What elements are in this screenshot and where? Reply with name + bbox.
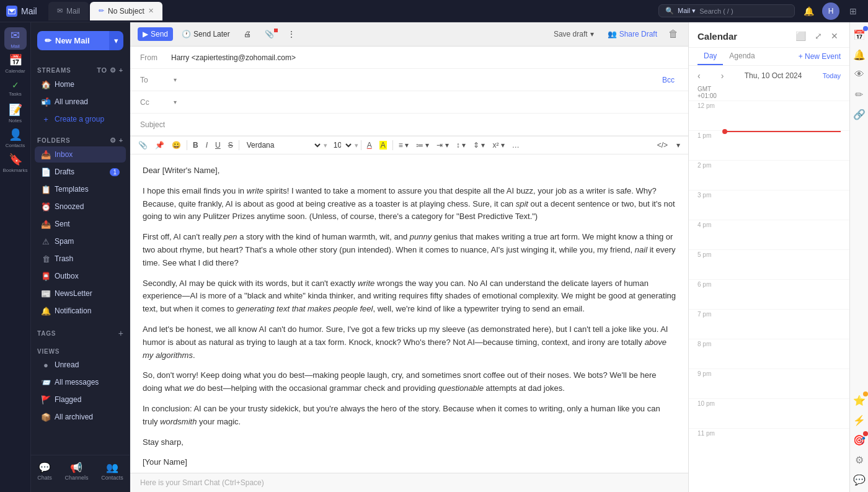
rp-icon-settings[interactable]: ⚙ xyxy=(852,452,867,467)
smart-chat-bar[interactable]: Here is your Smart Chat (Ctrl+Space) xyxy=(130,473,688,492)
nav-all-messages[interactable]: 📨 All messages xyxy=(35,374,126,390)
bg-color-btn[interactable]: A xyxy=(376,139,390,151)
nav-home[interactable]: 🏠 Home xyxy=(35,76,126,92)
mail-body[interactable]: Dear [Writer's Name], I hope this email … xyxy=(130,154,688,473)
search-bar[interactable]: 🔍 Mail ▾ Search ( / ) xyxy=(658,4,795,17)
source-btn[interactable]: </> xyxy=(654,139,671,151)
nav-templates[interactable]: 📋 Templates xyxy=(35,181,126,197)
rp-icon-red-dot[interactable]: 🎯 xyxy=(852,432,867,447)
new-mail-arrow[interactable]: ▾ xyxy=(109,31,123,50)
sidebar-icon-notes[interactable]: 📝 Notes xyxy=(4,102,27,124)
align-btn[interactable]: ≡ ▾ xyxy=(396,139,412,151)
calendar-panel: Calendar ⬜ ⤢ ✕ Day Agenda + New Event ‹ … xyxy=(688,22,849,492)
streams-to-label[interactable]: To xyxy=(97,66,107,74)
sidebar-icon-bookmarks[interactable]: 🔖 Bookmarks xyxy=(4,151,27,174)
folders-settings-icon[interactable]: ⚙ xyxy=(110,136,117,145)
strikethrough-btn[interactable]: S xyxy=(225,139,236,151)
sidebar-icon-tasks[interactable]: ✓ Tasks xyxy=(4,77,27,99)
tab-close-icon[interactable]: ✕ xyxy=(148,7,154,15)
bcc-button[interactable]: Bcc xyxy=(658,74,678,86)
new-mail-button[interactable]: ✏ New Mail xyxy=(37,31,109,50)
grid-icon[interactable]: ⊞ xyxy=(844,2,862,20)
print-button[interactable]: 🖨 xyxy=(239,27,256,41)
bold-btn[interactable]: B xyxy=(190,139,202,151)
line-height-btn[interactable]: ↕ ▾ xyxy=(453,139,469,151)
nav-sent[interactable]: 📤 Sent xyxy=(35,216,126,232)
rp-icon-4[interactable]: ✏ xyxy=(852,87,867,102)
font-color-btn[interactable]: A xyxy=(364,139,375,151)
list-btn[interactable]: ≔ ▾ xyxy=(413,139,432,151)
nav-all-unread[interactable]: 📬 All unread xyxy=(35,94,126,110)
italic-btn[interactable]: I xyxy=(203,139,211,151)
indent-btn[interactable]: ⇥ ▾ xyxy=(433,139,451,151)
attach-file-btn[interactable]: 📎 xyxy=(135,139,151,151)
send-later-button[interactable]: 🕐 Send Later xyxy=(177,27,235,41)
folders-add-icon[interactable]: + xyxy=(119,136,123,145)
nav-all-archived[interactable]: 📦 All archived xyxy=(35,409,126,425)
sidebar-icon-contacts[interactable]: 👤 Contacts xyxy=(4,127,27,149)
nav-inbox[interactable]: 📥 Inbox xyxy=(35,146,126,163)
template-btn[interactable]: ▾ xyxy=(673,139,683,151)
more-fmt-btn[interactable]: … xyxy=(509,139,523,151)
cc-dropdown-icon[interactable]: ▾ xyxy=(174,99,177,105)
rp-icon-1[interactable]: 📅 xyxy=(852,27,867,42)
nav-flagged[interactable]: 🚩 Flagged xyxy=(35,391,126,408)
subject-row[interactable]: Subject xyxy=(130,114,688,136)
streams-add-icon[interactable]: + xyxy=(119,66,123,74)
nav-newsletter[interactable]: 📰 NewsLetter xyxy=(35,285,126,302)
more-button[interactable]: ⋮ xyxy=(283,27,300,41)
save-draft-button[interactable]: Save draft ▾ xyxy=(549,27,599,41)
bottom-tab-channels[interactable]: 📢 Channels xyxy=(60,459,93,483)
nav-unread[interactable]: ● Unread xyxy=(35,357,126,373)
share-draft-button[interactable]: 👥 Share Draft xyxy=(603,27,662,41)
spacing-btn[interactable]: ⇕ ▾ xyxy=(470,139,488,151)
rp-icon-lightning[interactable]: ⚡ xyxy=(852,413,867,427)
topbar: Mail ✉ Mail ✏ No Subject ✕ 🔍 Mail ▾ Sear… xyxy=(0,0,868,22)
streams-settings-icon[interactable]: ⚙ xyxy=(110,66,117,74)
rp-icon-5[interactable]: 🔗 xyxy=(852,107,867,122)
cal-tab-agenda[interactable]: Agenda xyxy=(723,48,761,65)
tab-mail[interactable]: ✉ Mail xyxy=(48,2,89,20)
nav-spam[interactable]: ⚠ Spam xyxy=(35,233,126,249)
emoji-btn[interactable]: 😀 xyxy=(169,139,184,151)
cal-tab-day[interactable]: Day xyxy=(698,48,723,65)
to-row[interactable]: To ▾ Bcc xyxy=(130,69,688,91)
sidebar-icon-calendar[interactable]: 📅 Calendar xyxy=(4,52,27,74)
cal-minimize-btn[interactable]: ⬜ xyxy=(793,30,808,42)
attach-button[interactable]: 📎 xyxy=(260,27,279,41)
nav-trash[interactable]: 🗑 Trash xyxy=(35,251,126,267)
notification-icon[interactable]: 🔔 xyxy=(800,2,817,20)
new-event-button[interactable]: + New Event xyxy=(799,48,841,65)
font-select[interactable]: Verdana Arial Times New Roman xyxy=(242,139,322,151)
cal-close-btn[interactable]: ✕ xyxy=(828,30,841,42)
bottom-tab-contacts[interactable]: 👥 Contacts xyxy=(96,459,128,483)
bottom-tab-chats[interactable]: 💬 Chats xyxy=(32,459,57,483)
rp-icon-yellow[interactable]: ⭐ xyxy=(852,393,867,408)
cal-expand-btn[interactable]: ⤢ xyxy=(812,30,825,42)
rp-icon-chat[interactable]: 💬 xyxy=(852,472,867,487)
tab-compose[interactable]: ✏ No Subject ✕ xyxy=(90,2,162,20)
rp-icon-2[interactable]: 🔔 xyxy=(852,47,867,62)
nav-outbox[interactable]: 📮 Outbox xyxy=(35,268,126,284)
send-button[interactable]: ▶ Send xyxy=(138,27,173,41)
superscript-btn[interactable]: x² ▾ xyxy=(489,139,507,151)
discard-button[interactable]: 🗑 xyxy=(666,26,681,42)
cal-next-btn[interactable]: › xyxy=(721,71,724,81)
cal-prev-btn[interactable]: ‹ xyxy=(698,71,701,81)
subject-input[interactable] xyxy=(171,120,678,129)
underline-btn[interactable]: U xyxy=(212,139,224,151)
font-size-select[interactable]: 10 12 14 xyxy=(329,139,353,151)
avatar[interactable]: H xyxy=(822,2,839,20)
today-button[interactable]: Today xyxy=(823,72,841,79)
add-tag-button[interactable]: + xyxy=(118,328,123,338)
sidebar-icon-mail[interactable]: ✉ Mail xyxy=(4,27,27,50)
nav-drafts[interactable]: 📄 Drafts 1 xyxy=(35,164,126,180)
nav-snoozed[interactable]: ⏰ Snoozed xyxy=(35,199,126,215)
cc-row[interactable]: Cc ▾ xyxy=(130,91,688,114)
to-dropdown-icon[interactable]: ▾ xyxy=(174,76,177,83)
nav-create-group[interactable]: + Create a group xyxy=(35,111,126,127)
attach-inline-btn[interactable]: 📌 xyxy=(152,139,167,151)
compose-toolbar: ▶ Send 🕐 Send Later 🖨 📎 ⋮ Save draft ▾ xyxy=(130,22,688,47)
rp-icon-3[interactable]: 👁 xyxy=(852,67,867,82)
nav-notification[interactable]: 🔔 Notification xyxy=(35,303,126,319)
